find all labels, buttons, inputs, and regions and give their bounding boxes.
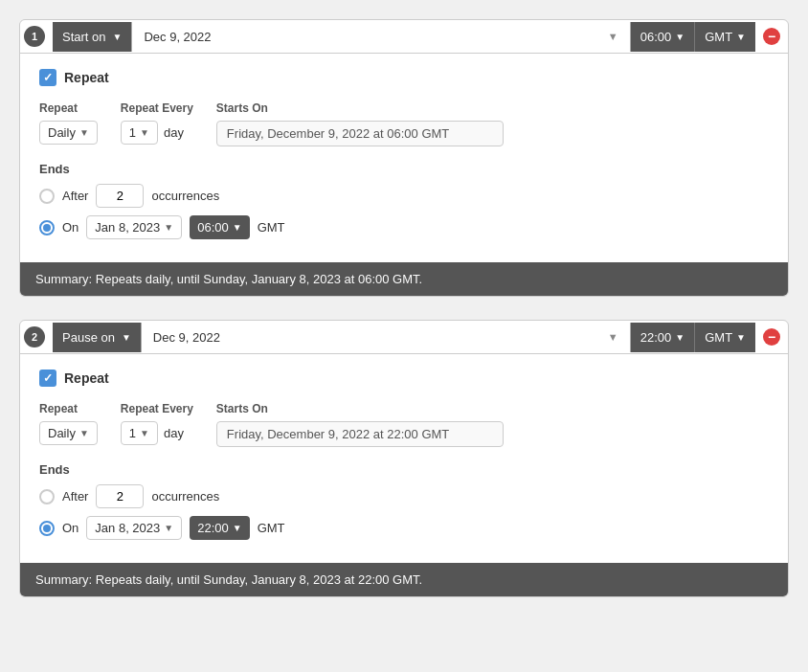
repeat-checkbox-2[interactable] <box>39 370 56 387</box>
on-time-value-2: 22:00 <box>197 521 229 535</box>
time-button-2[interactable]: 22:00 ▼ <box>631 323 695 352</box>
summary-text-2: Summary: Repeats daily, until Sunday, Ja… <box>35 572 422 587</box>
starts-on-input-1 <box>216 121 504 146</box>
on-date-button-1[interactable]: Jan 8, 2023 ▼ <box>86 215 182 239</box>
date-value-1: Dec 9, 2022 <box>144 30 211 44</box>
time-button-1[interactable]: 06:00 ▼ <box>631 22 695 52</box>
ends-label-1: Ends <box>39 162 769 176</box>
after-label-2: After <box>62 489 88 504</box>
starts-on-header-2: Starts On <box>216 402 504 415</box>
on-time-arrow-icon-1: ▼ <box>233 222 242 233</box>
remove-icon-1: − <box>763 28 780 45</box>
after-radio-2[interactable] <box>39 489 55 504</box>
date-field-2[interactable]: Dec 9, 2022 ▼ <box>141 323 631 352</box>
ends-section-1: Ends After occurrences On Jan 8, 2023 ▼ <box>39 162 769 239</box>
fields-row-2: Repeat Daily ▼ Repeat Every 1 ▼ day <box>39 402 769 447</box>
repeat-every-unit-1: day <box>164 125 184 140</box>
repeat-type-group-2: Repeat Daily ▼ <box>39 402 98 445</box>
starts-on-group-1: Starts On <box>216 101 504 146</box>
repeat-every-caret-icon-1: ▼ <box>140 127 149 138</box>
on-tz-label-1: GMT <box>258 220 285 235</box>
starts-on-input-2 <box>216 421 504 447</box>
tz-value-2: GMT <box>705 330 732 345</box>
on-label-2: On <box>62 521 79 535</box>
repeat-type-value-1: Daily <box>48 125 76 140</box>
header-wrapper-2: 2 Pause on ▼ Dec 9, 2022 ▼ 22:00 ▼ GMT ▼ <box>20 321 788 353</box>
date-field-1[interactable]: Dec 9, 2022 ▼ <box>131 22 630 52</box>
repeat-every-row-2: 1 ▼ day <box>121 421 193 445</box>
block-badge-1: 1 <box>24 26 45 47</box>
tz-arrow-icon-2: ▼ <box>736 332 746 343</box>
schedule-block-2: 2 Pause on ▼ Dec 9, 2022 ▼ 22:00 ▼ GMT ▼ <box>19 320 789 597</box>
remove-button-1[interactable]: − <box>755 20 788 53</box>
type-arrow-icon-2: ▼ <box>122 332 131 343</box>
on-row-1: On Jan 8, 2023 ▼ 06:00 ▼ GMT <box>39 215 769 239</box>
repeat-every-group-2: Repeat Every 1 ▼ day <box>121 402 193 445</box>
after-label-1: After <box>62 189 88 203</box>
on-radio-2[interactable] <box>39 521 55 536</box>
repeat-type-select-2[interactable]: Daily ▼ <box>39 421 98 445</box>
on-date-caret-icon-2: ▼ <box>164 523 173 533</box>
after-row-1: After occurrences <box>39 184 769 208</box>
starts-on-group-2: Starts On <box>216 402 504 447</box>
repeat-type-group-1: Repeat Daily ▼ <box>39 101 98 145</box>
starts-on-header-1: Starts On <box>216 101 504 115</box>
ends-label-2: Ends <box>39 462 769 477</box>
repeat-every-unit-2: day <box>164 426 184 440</box>
repeat-type-caret-icon-1: ▼ <box>79 127 89 138</box>
after-radio-1[interactable] <box>39 189 55 204</box>
remove-icon-2: − <box>763 328 780 346</box>
tz-value-1: GMT <box>705 30 732 44</box>
summary-bar-1: Summary: Repeats daily, until Sunday, Ja… <box>20 262 788 296</box>
time-arrow-icon-1: ▼ <box>675 32 685 42</box>
summary-bar-2: Summary: Repeats daily, until Sunday, Ja… <box>20 563 788 596</box>
repeat-every-num-select-2[interactable]: 1 ▼ <box>121 421 158 445</box>
repeat-every-row-1: 1 ▼ day <box>121 121 193 145</box>
on-time-value-1: 06:00 <box>197 220 229 235</box>
repeat-type-header-2: Repeat <box>39 402 98 415</box>
type-button-1[interactable]: Start on ▼ <box>53 22 131 52</box>
remove-button-2[interactable]: − <box>755 321 788 353</box>
date-caret-icon-1: ▼ <box>608 31 618 42</box>
repeat-every-num-select-1[interactable]: 1 ▼ <box>121 121 158 145</box>
repeat-every-header-2: Repeat Every <box>121 402 193 415</box>
repeat-every-group-1: Repeat Every 1 ▼ day <box>121 101 193 145</box>
time-arrow-icon-2: ▼ <box>675 332 685 343</box>
header-wrapper-1: 1 Start on ▼ Dec 9, 2022 ▼ 06:00 ▼ GMT ▼ <box>20 20 788 53</box>
type-label-2: Pause on <box>62 330 115 345</box>
occurrences-label-2: occurrences <box>151 489 219 504</box>
repeat-checkbox-row-2: Repeat <box>39 370 769 387</box>
occurrences-label-1: occurrences <box>151 189 219 203</box>
on-radio-1[interactable] <box>39 220 55 235</box>
tz-button-1[interactable]: GMT ▼ <box>695 22 755 52</box>
after-value-input-1[interactable] <box>96 184 144 208</box>
tz-button-2[interactable]: GMT ▼ <box>695 323 755 352</box>
tz-arrow-icon-1: ▼ <box>736 32 746 42</box>
on-label-1: On <box>62 220 79 235</box>
repeat-every-header-1: Repeat Every <box>121 101 193 115</box>
time-value-2: 22:00 <box>640 330 672 345</box>
repeat-type-header-1: Repeat <box>39 101 98 115</box>
after-row-2: After occurrences <box>39 484 769 508</box>
on-date-button-2[interactable]: Jan 8, 2023 ▼ <box>86 516 182 540</box>
repeat-label-1: Repeat <box>64 70 109 85</box>
type-label-1: Start on <box>62 30 106 44</box>
on-date-value-2: Jan 8, 2023 <box>95 521 160 535</box>
after-value-input-2[interactable] <box>96 484 144 508</box>
repeat-label-2: Repeat <box>64 370 109 386</box>
block-body-2: Repeat Repeat Daily ▼ Repeat Every 1 ▼ <box>20 354 788 563</box>
repeat-type-caret-icon-2: ▼ <box>79 428 89 438</box>
ends-section-2: Ends After occurrences On Jan 8, 2023 ▼ <box>39 462 769 540</box>
on-row-2: On Jan 8, 2023 ▼ 22:00 ▼ GMT <box>39 516 769 540</box>
type-button-2[interactable]: Pause on ▼ <box>53 323 141 352</box>
repeat-checkbox-row-1: Repeat <box>39 69 769 86</box>
on-time-button-1[interactable]: 06:00 ▼ <box>190 215 249 239</box>
on-time-button-2[interactable]: 22:00 ▼ <box>190 516 249 540</box>
date-value-2: Dec 9, 2022 <box>153 330 220 345</box>
time-value-1: 06:00 <box>640 30 672 44</box>
block-body-1: Repeat Repeat Daily ▼ Repeat Every 1 ▼ <box>20 54 788 262</box>
repeat-checkbox-1[interactable] <box>39 69 56 86</box>
on-date-caret-icon-1: ▼ <box>164 222 173 233</box>
on-date-value-1: Jan 8, 2023 <box>95 220 160 235</box>
repeat-type-select-1[interactable]: Daily ▼ <box>39 121 98 145</box>
